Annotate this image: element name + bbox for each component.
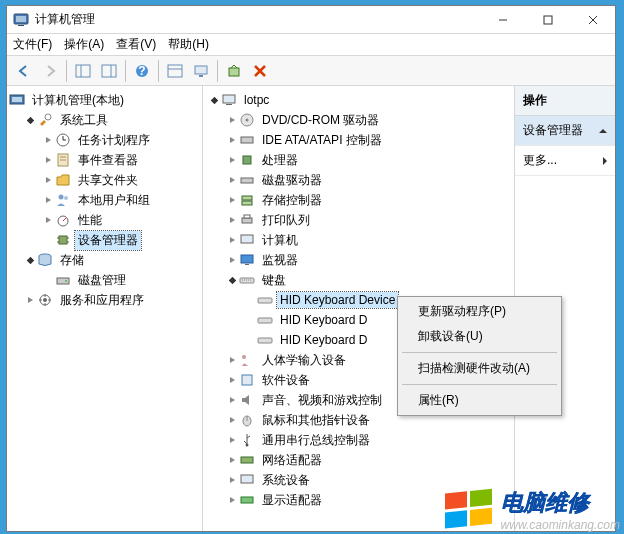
device-keyboard[interactable]: 键盘 <box>203 270 514 290</box>
tree-storage[interactable]: 存储 <box>7 250 202 270</box>
expand-icon[interactable] <box>225 153 239 167</box>
svg-point-42 <box>43 298 47 302</box>
expand-icon[interactable] <box>225 273 239 287</box>
expand-icon[interactable] <box>41 153 55 167</box>
ctx-scan-hardware[interactable]: 扫描检测硬件改动(A) <box>400 356 559 381</box>
clock-icon <box>55 132 71 148</box>
toolbar: ? <box>7 56 615 86</box>
cpu-icon <box>239 152 255 168</box>
actions-header: 操作 <box>515 86 615 116</box>
windows-logo-icon <box>441 484 497 532</box>
device-print-queue[interactable]: 打印队列 <box>203 210 514 230</box>
expand-icon[interactable] <box>225 233 239 247</box>
expand-icon[interactable] <box>41 133 55 147</box>
svg-rect-67 <box>241 457 253 463</box>
monitor-button[interactable] <box>188 59 214 83</box>
tree-shared-folders[interactable]: 共享文件夹 <box>7 170 202 190</box>
expand-icon[interactable] <box>225 193 239 207</box>
svg-rect-59 <box>258 298 272 303</box>
svg-rect-1 <box>16 16 26 22</box>
svg-rect-61 <box>258 338 272 343</box>
svg-rect-56 <box>245 264 249 265</box>
menu-action[interactable]: 操作(A) <box>64 36 104 53</box>
svg-line-32 <box>63 218 66 221</box>
ctx-properties[interactable]: 属性(R) <box>400 388 559 413</box>
expand-icon[interactable] <box>225 353 239 367</box>
ctx-separator <box>402 384 557 385</box>
menu-help[interactable]: 帮助(H) <box>168 36 209 53</box>
expand-icon[interactable] <box>225 133 239 147</box>
device-monitor[interactable]: 监视器 <box>203 250 514 270</box>
help-button[interactable]: ? <box>129 59 155 83</box>
tools-icon <box>37 112 53 128</box>
usb-icon <box>239 432 255 448</box>
menu-view[interactable]: 查看(V) <box>116 36 156 53</box>
device-cpu[interactable]: 处理器 <box>203 150 514 170</box>
toolbar-panes-button[interactable] <box>70 59 96 83</box>
tree-device-manager[interactable]: 设备管理器 <box>7 230 202 250</box>
device-storage-ctrl[interactable]: 存储控制器 <box>203 190 514 210</box>
device-usb[interactable]: 通用串行总线控制器 <box>203 430 514 450</box>
menu-file[interactable]: 文件(F) <box>13 36 52 53</box>
expand-icon[interactable] <box>225 493 239 507</box>
ctx-uninstall[interactable]: 卸载设备(U) <box>400 324 559 349</box>
watermark: 电脑维修 www.caominkang.com <box>441 484 620 532</box>
tree-disk-management[interactable]: 磁盘管理 <box>7 270 202 290</box>
svg-rect-9 <box>102 65 116 77</box>
close-button[interactable] <box>570 6 615 33</box>
toolbar-preview-button[interactable] <box>96 59 122 83</box>
device-ide[interactable]: IDE ATA/ATAPI 控制器 <box>203 130 514 150</box>
drive-icon <box>239 172 255 188</box>
svg-text:?: ? <box>138 64 145 78</box>
svg-rect-72 <box>445 510 467 528</box>
svg-rect-63 <box>242 375 252 385</box>
expand-icon[interactable] <box>225 213 239 227</box>
device-computer[interactable]: 计算机 <box>203 230 514 250</box>
expand-icon[interactable] <box>225 173 239 187</box>
svg-point-29 <box>59 195 64 200</box>
tree-event-viewer[interactable]: 事件查看器 <box>7 150 202 170</box>
expand-icon[interactable] <box>41 213 55 227</box>
back-button[interactable] <box>11 59 37 83</box>
remove-button[interactable] <box>247 59 273 83</box>
device-root[interactable]: lotpc <box>203 90 514 110</box>
scan-hardware-button[interactable] <box>221 59 247 83</box>
actions-more[interactable]: 更多... <box>515 146 615 176</box>
expand-icon[interactable] <box>225 413 239 427</box>
tree-system-tools[interactable]: 系统工具 <box>7 110 202 130</box>
monitor-icon <box>239 252 255 268</box>
expand-icon[interactable] <box>225 433 239 447</box>
left-tree-pane[interactable]: 计算机管理(本地) 系统工具 任务计划程序 事件查看器 共享文件夹 <box>7 86 203 531</box>
forward-button[interactable] <box>37 59 63 83</box>
device-network[interactable]: 网络适配器 <box>203 450 514 470</box>
device-disk-drives[interactable]: 磁盘驱动器 <box>203 170 514 190</box>
app-icon <box>13 12 29 28</box>
ctx-update-driver[interactable]: 更新驱动程序(P) <box>400 299 559 324</box>
expand-icon[interactable] <box>225 373 239 387</box>
expand-icon[interactable] <box>23 253 37 267</box>
tree-root[interactable]: 计算机管理(本地) <box>7 90 202 110</box>
expand-icon[interactable] <box>225 473 239 487</box>
expand-icon[interactable] <box>23 113 37 127</box>
details-button[interactable] <box>162 59 188 83</box>
maximize-button[interactable] <box>525 6 570 33</box>
actions-device-manager[interactable]: 设备管理器 <box>515 116 615 146</box>
device-dvd[interactable]: DVD/CD-ROM 驱动器 <box>203 110 514 130</box>
tree-performance[interactable]: 性能 <box>7 210 202 230</box>
chip-icon <box>55 232 71 248</box>
keyboard-icon <box>257 312 273 328</box>
tree-task-scheduler[interactable]: 任务计划程序 <box>7 130 202 150</box>
expand-icon[interactable] <box>225 393 239 407</box>
expand-icon[interactable] <box>225 253 239 267</box>
menubar: 文件(F) 操作(A) 查看(V) 帮助(H) <box>7 34 615 56</box>
tree-local-users[interactable]: 本地用户和组 <box>7 190 202 210</box>
tree-services-apps[interactable]: 服务和应用程序 <box>7 290 202 310</box>
chevron-right-icon <box>603 157 607 165</box>
expand-icon[interactable] <box>225 113 239 127</box>
expand-icon[interactable] <box>41 193 55 207</box>
expand-icon[interactable] <box>225 453 239 467</box>
expand-icon[interactable] <box>23 293 37 307</box>
minimize-button[interactable] <box>480 6 525 33</box>
expand-icon[interactable] <box>41 173 55 187</box>
expand-icon[interactable] <box>207 93 221 107</box>
